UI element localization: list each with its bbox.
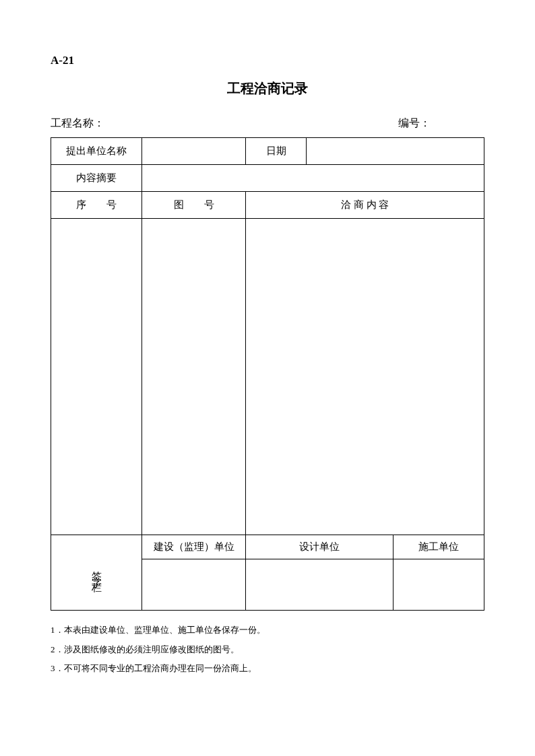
table-row: 签字栏 建设（监理）单位 设计单位 施工单位 <box>51 535 484 559</box>
signature-col3-body <box>393 559 484 611</box>
date-label: 日期 <box>246 138 307 165</box>
info-row: 工程名称： 编号： <box>51 116 484 131</box>
main-table: 提出单位名称 日期 内容摘要 序 号 图 号 洽 商 内 容 签字栏 建设（监理… <box>51 137 484 611</box>
note-2: 2．涉及图纸修改的必须注明应修改图纸的图号。 <box>51 640 484 660</box>
content-body <box>246 219 484 535</box>
note-1: 1．本表由建设单位、监理单位、施工单位各保存一份。 <box>51 621 484 640</box>
signature-col1-header: 建设（监理）单位 <box>142 535 246 559</box>
form-number-label: 编号： <box>398 116 431 131</box>
summary-label: 内容摘要 <box>51 165 142 192</box>
signature-col2-body <box>246 559 394 611</box>
content-header: 洽 商 内 容 <box>246 192 484 219</box>
proposing-unit-label: 提出单位名称 <box>51 138 142 165</box>
drawing-header: 图 号 <box>142 192 246 219</box>
table-row: 内容摘要 <box>51 165 484 192</box>
project-name-label: 工程名称： <box>51 116 104 131</box>
proposing-unit-value <box>142 138 246 165</box>
page-title: 工程洽商记录 <box>51 79 484 98</box>
date-value <box>307 138 484 165</box>
table-row: 序 号 图 号 洽 商 内 容 <box>51 192 484 219</box>
signature-label-cell: 签字栏 <box>51 535 142 611</box>
table-row <box>51 219 484 535</box>
signature-label: 签字栏 <box>90 563 103 580</box>
form-code: A-21 <box>51 54 484 67</box>
notes-section: 1．本表由建设单位、监理单位、施工单位各保存一份。 2．涉及图纸修改的必须注明应… <box>51 621 484 679</box>
summary-value <box>142 165 484 192</box>
drawing-body <box>142 219 246 535</box>
signature-col2-header: 设计单位 <box>246 535 394 559</box>
signature-col3-header: 施工单位 <box>393 535 484 559</box>
seq-body <box>51 219 142 535</box>
table-row: 提出单位名称 日期 <box>51 138 484 165</box>
seq-header: 序 号 <box>51 192 142 219</box>
signature-col1-body <box>142 559 246 611</box>
note-3: 3．不可将不同专业的工程洽商办理在同一份洽商上。 <box>51 659 484 679</box>
